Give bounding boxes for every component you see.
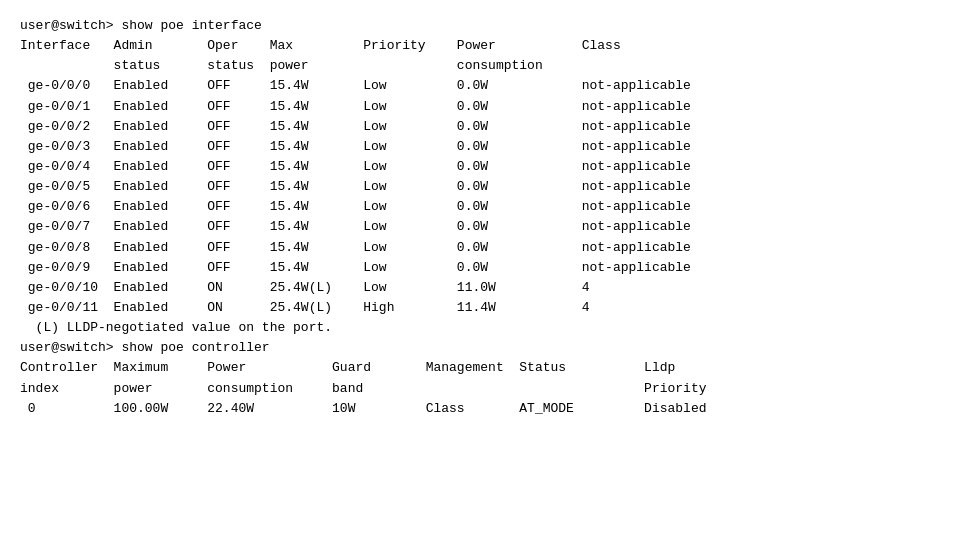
terminal-line: (L) LLDP-negotiated value on the port. [20,318,955,338]
terminal-line: ge-0/0/0 Enabled OFF 15.4W Low 0.0W not-… [20,76,955,96]
terminal-line: Controller Maximum Power Guard Managemen… [20,358,955,378]
terminal-line: status status power consumption [20,56,955,76]
terminal-line: ge-0/0/7 Enabled OFF 15.4W Low 0.0W not-… [20,217,955,237]
terminal-line: 0 100.00W 22.40W 10W Class AT_MODE Disab… [20,399,955,419]
terminal-line: ge-0/0/4 Enabled OFF 15.4W Low 0.0W not-… [20,157,955,177]
terminal-line: Interface Admin Oper Max Priority Power … [20,36,955,56]
terminal-line: ge-0/0/10 Enabled ON 25.4W(L) Low 11.0W … [20,278,955,298]
terminal-line: ge-0/0/8 Enabled OFF 15.4W Low 0.0W not-… [20,238,955,258]
terminal-line: ge-0/0/5 Enabled OFF 15.4W Low 0.0W not-… [20,177,955,197]
terminal-line: ge-0/0/11 Enabled ON 25.4W(L) High 11.4W… [20,298,955,318]
terminal-line: ge-0/0/6 Enabled OFF 15.4W Low 0.0W not-… [20,197,955,217]
terminal-line: index power consumption band Priority [20,379,955,399]
terminal-line: ge-0/0/3 Enabled OFF 15.4W Low 0.0W not-… [20,137,955,157]
terminal-line: ge-0/0/2 Enabled OFF 15.4W Low 0.0W not-… [20,117,955,137]
terminal-line: user@switch> show poe interface [20,16,955,36]
terminal-line: ge-0/0/9 Enabled OFF 15.4W Low 0.0W not-… [20,258,955,278]
terminal-line: user@switch> show poe controller [20,338,955,358]
terminal-line: ge-0/0/1 Enabled OFF 15.4W Low 0.0W not-… [20,97,955,117]
terminal-output: user@switch> show poe interfaceInterface… [20,16,955,419]
